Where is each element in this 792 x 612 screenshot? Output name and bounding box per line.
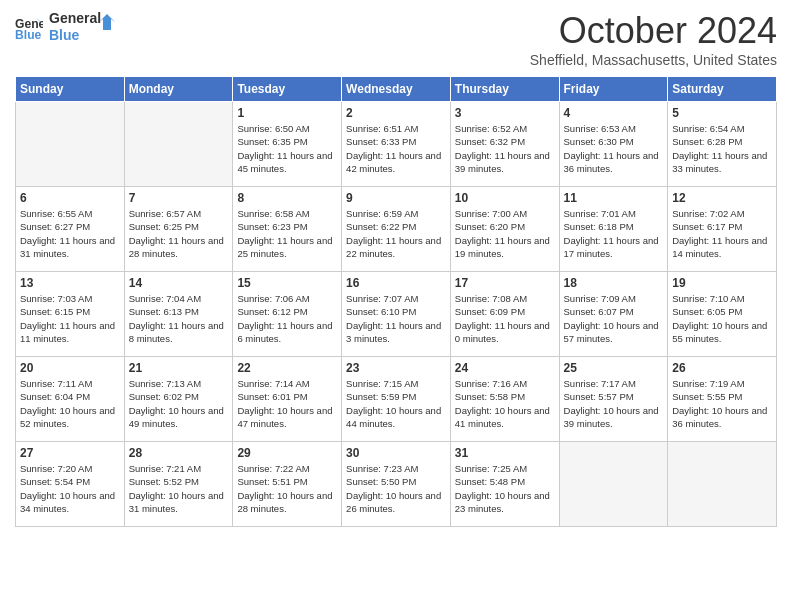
day-number: 7	[129, 191, 229, 205]
calendar-cell	[668, 442, 777, 527]
day-number: 23	[346, 361, 446, 375]
day-info: Sunrise: 7:01 AMSunset: 6:18 PMDaylight:…	[564, 207, 664, 260]
day-info: Sunrise: 7:22 AMSunset: 5:51 PMDaylight:…	[237, 462, 337, 515]
calendar-week-4: 27Sunrise: 7:20 AMSunset: 5:54 PMDayligh…	[16, 442, 777, 527]
day-number: 26	[672, 361, 772, 375]
calendar-cell: 9Sunrise: 6:59 AMSunset: 6:22 PMDaylight…	[342, 187, 451, 272]
day-info: Sunrise: 7:13 AMSunset: 6:02 PMDaylight:…	[129, 377, 229, 430]
calendar-cell	[559, 442, 668, 527]
day-info: Sunrise: 6:54 AMSunset: 6:28 PMDaylight:…	[672, 122, 772, 175]
calendar-cell: 3Sunrise: 6:52 AMSunset: 6:32 PMDaylight…	[450, 102, 559, 187]
day-info: Sunrise: 7:02 AMSunset: 6:17 PMDaylight:…	[672, 207, 772, 260]
day-number: 3	[455, 106, 555, 120]
day-number: 19	[672, 276, 772, 290]
day-header-wednesday: Wednesday	[342, 77, 451, 102]
day-number: 30	[346, 446, 446, 460]
day-info: Sunrise: 7:23 AMSunset: 5:50 PMDaylight:…	[346, 462, 446, 515]
day-header-sunday: Sunday	[16, 77, 125, 102]
calendar-cell: 21Sunrise: 7:13 AMSunset: 6:02 PMDayligh…	[124, 357, 233, 442]
calendar-week-3: 20Sunrise: 7:11 AMSunset: 6:04 PMDayligh…	[16, 357, 777, 442]
svg-marker-3	[99, 14, 115, 30]
calendar-cell: 13Sunrise: 7:03 AMSunset: 6:15 PMDayligh…	[16, 272, 125, 357]
day-info: Sunrise: 7:16 AMSunset: 5:58 PMDaylight:…	[455, 377, 555, 430]
logo-arrow-icon	[97, 12, 117, 32]
calendar-cell	[124, 102, 233, 187]
day-number: 27	[20, 446, 120, 460]
day-info: Sunrise: 7:00 AMSunset: 6:20 PMDaylight:…	[455, 207, 555, 260]
day-header-thursday: Thursday	[450, 77, 559, 102]
day-number: 29	[237, 446, 337, 460]
day-info: Sunrise: 6:58 AMSunset: 6:23 PMDaylight:…	[237, 207, 337, 260]
day-info: Sunrise: 7:09 AMSunset: 6:07 PMDaylight:…	[564, 292, 664, 345]
calendar-cell: 16Sunrise: 7:07 AMSunset: 6:10 PMDayligh…	[342, 272, 451, 357]
day-header-friday: Friday	[559, 77, 668, 102]
calendar-cell	[16, 102, 125, 187]
calendar-cell: 6Sunrise: 6:55 AMSunset: 6:27 PMDaylight…	[16, 187, 125, 272]
calendar-cell: 28Sunrise: 7:21 AMSunset: 5:52 PMDayligh…	[124, 442, 233, 527]
day-info: Sunrise: 7:15 AMSunset: 5:59 PMDaylight:…	[346, 377, 446, 430]
day-info: Sunrise: 6:59 AMSunset: 6:22 PMDaylight:…	[346, 207, 446, 260]
calendar-week-2: 13Sunrise: 7:03 AMSunset: 6:15 PMDayligh…	[16, 272, 777, 357]
location-subtitle: Sheffield, Massachusetts, United States	[530, 52, 777, 68]
day-header-saturday: Saturday	[668, 77, 777, 102]
day-number: 13	[20, 276, 120, 290]
day-number: 6	[20, 191, 120, 205]
logo-line2: Blue	[49, 27, 101, 44]
day-number: 24	[455, 361, 555, 375]
logo-line1: General	[49, 10, 101, 27]
day-info: Sunrise: 6:53 AMSunset: 6:30 PMDaylight:…	[564, 122, 664, 175]
day-number: 4	[564, 106, 664, 120]
calendar-cell: 10Sunrise: 7:00 AMSunset: 6:20 PMDayligh…	[450, 187, 559, 272]
calendar-cell: 4Sunrise: 6:53 AMSunset: 6:30 PMDaylight…	[559, 102, 668, 187]
day-number: 8	[237, 191, 337, 205]
day-info: Sunrise: 6:55 AMSunset: 6:27 PMDaylight:…	[20, 207, 120, 260]
calendar-cell: 2Sunrise: 6:51 AMSunset: 6:33 PMDaylight…	[342, 102, 451, 187]
day-info: Sunrise: 7:19 AMSunset: 5:55 PMDaylight:…	[672, 377, 772, 430]
day-info: Sunrise: 7:25 AMSunset: 5:48 PMDaylight:…	[455, 462, 555, 515]
day-number: 11	[564, 191, 664, 205]
calendar-cell: 17Sunrise: 7:08 AMSunset: 6:09 PMDayligh…	[450, 272, 559, 357]
calendar-cell: 31Sunrise: 7:25 AMSunset: 5:48 PMDayligh…	[450, 442, 559, 527]
day-number: 14	[129, 276, 229, 290]
calendar-cell: 11Sunrise: 7:01 AMSunset: 6:18 PMDayligh…	[559, 187, 668, 272]
calendar-cell: 24Sunrise: 7:16 AMSunset: 5:58 PMDayligh…	[450, 357, 559, 442]
logo-icon: General Blue	[15, 13, 43, 41]
calendar-cell: 19Sunrise: 7:10 AMSunset: 6:05 PMDayligh…	[668, 272, 777, 357]
calendar-week-1: 6Sunrise: 6:55 AMSunset: 6:27 PMDaylight…	[16, 187, 777, 272]
day-number: 5	[672, 106, 772, 120]
calendar-cell: 29Sunrise: 7:22 AMSunset: 5:51 PMDayligh…	[233, 442, 342, 527]
calendar-cell: 18Sunrise: 7:09 AMSunset: 6:07 PMDayligh…	[559, 272, 668, 357]
calendar-cell: 15Sunrise: 7:06 AMSunset: 6:12 PMDayligh…	[233, 272, 342, 357]
day-info: Sunrise: 6:50 AMSunset: 6:35 PMDaylight:…	[237, 122, 337, 175]
day-number: 16	[346, 276, 446, 290]
day-info: Sunrise: 7:14 AMSunset: 6:01 PMDaylight:…	[237, 377, 337, 430]
day-number: 25	[564, 361, 664, 375]
day-info: Sunrise: 7:03 AMSunset: 6:15 PMDaylight:…	[20, 292, 120, 345]
calendar-header-row: SundayMondayTuesdayWednesdayThursdayFrid…	[16, 77, 777, 102]
day-info: Sunrise: 6:51 AMSunset: 6:33 PMDaylight:…	[346, 122, 446, 175]
day-number: 2	[346, 106, 446, 120]
day-info: Sunrise: 7:06 AMSunset: 6:12 PMDaylight:…	[237, 292, 337, 345]
day-info: Sunrise: 7:08 AMSunset: 6:09 PMDaylight:…	[455, 292, 555, 345]
page-header: General Blue General Blue October 2024 S…	[15, 10, 777, 68]
calendar-cell: 26Sunrise: 7:19 AMSunset: 5:55 PMDayligh…	[668, 357, 777, 442]
calendar-cell: 30Sunrise: 7:23 AMSunset: 5:50 PMDayligh…	[342, 442, 451, 527]
calendar-cell: 20Sunrise: 7:11 AMSunset: 6:04 PMDayligh…	[16, 357, 125, 442]
title-block: October 2024 Sheffield, Massachusetts, U…	[530, 10, 777, 68]
day-info: Sunrise: 7:21 AMSunset: 5:52 PMDaylight:…	[129, 462, 229, 515]
logo: General Blue General Blue	[15, 10, 117, 44]
calendar-cell: 23Sunrise: 7:15 AMSunset: 5:59 PMDayligh…	[342, 357, 451, 442]
svg-text:Blue: Blue	[15, 28, 42, 41]
day-info: Sunrise: 7:04 AMSunset: 6:13 PMDaylight:…	[129, 292, 229, 345]
day-number: 10	[455, 191, 555, 205]
day-number: 28	[129, 446, 229, 460]
day-number: 18	[564, 276, 664, 290]
calendar-cell: 22Sunrise: 7:14 AMSunset: 6:01 PMDayligh…	[233, 357, 342, 442]
day-number: 22	[237, 361, 337, 375]
calendar-week-0: 1Sunrise: 6:50 AMSunset: 6:35 PMDaylight…	[16, 102, 777, 187]
calendar-cell: 8Sunrise: 6:58 AMSunset: 6:23 PMDaylight…	[233, 187, 342, 272]
calendar-cell: 1Sunrise: 6:50 AMSunset: 6:35 PMDaylight…	[233, 102, 342, 187]
calendar-table: SundayMondayTuesdayWednesdayThursdayFrid…	[15, 76, 777, 527]
day-info: Sunrise: 7:20 AMSunset: 5:54 PMDaylight:…	[20, 462, 120, 515]
calendar-cell: 5Sunrise: 6:54 AMSunset: 6:28 PMDaylight…	[668, 102, 777, 187]
